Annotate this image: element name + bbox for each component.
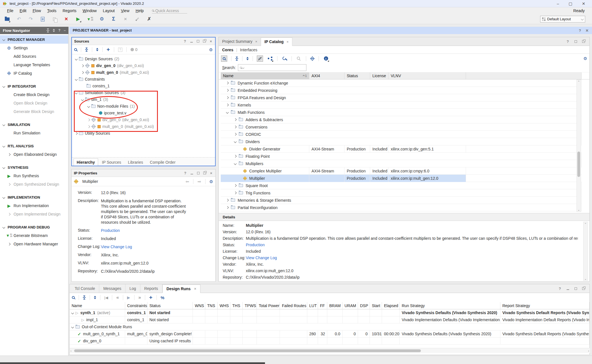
tree-row[interactable]: Non-module Files(1) <box>72 103 215 110</box>
menu-view[interactable]: View <box>118 7 132 14</box>
column-header[interactable]: THS <box>230 302 243 309</box>
menu-window[interactable]: Window <box>79 7 100 14</box>
column-header[interactable]: Start <box>370 302 382 309</box>
status-link[interactable]: Production <box>101 228 194 233</box>
tree-row[interactable]: ipcore_test.v <box>72 110 215 116</box>
info-icon[interactable]: i <box>323 56 329 62</box>
catalog-row[interactable]: Embedded Processing <box>221 87 582 94</box>
catalog-row-selected[interactable]: MultiplierProductionIncludedxilinx.com:i… <box>221 175 582 182</box>
scroll-down-icon[interactable]: ⌄ <box>584 277 587 281</box>
sidebar-item-open-block-design[interactable]: Open Block Design <box>0 99 68 107</box>
sidebar-item-run-synthesis[interactable]: ▶Run Synthesis <box>0 172 68 180</box>
column-header-name[interactable]: Name1 <box>221 72 309 79</box>
close-tab-icon[interactable]: × <box>286 40 289 44</box>
sidebar-item-generate-bitstream[interactable]: ▼0110Generate Bitstream <box>0 231 68 240</box>
highlight-button[interactable]: × <box>122 16 129 22</box>
sidebar-section-project-manager[interactable]: PROJECT MANAGER <box>0 35 68 44</box>
column-header[interactable]: BRAM <box>327 302 343 309</box>
tree-row[interactable]: div_gen_0(div_gen_0.xci) <box>72 116 215 123</box>
search-text-field[interactable] <box>245 65 304 70</box>
maximize-panel-icon[interactable] <box>574 39 578 43</box>
catalog-row[interactable]: Floating Point <box>221 153 582 160</box>
layout-selector[interactable]: Default Layout <box>540 16 585 23</box>
close-tab-icon[interactable]: × <box>194 287 196 291</box>
collapse-all-icon[interactable] <box>47 28 49 32</box>
undo-button[interactable]: ↶ <box>16 16 22 22</box>
catalog-row[interactable]: Multipliers <box>221 160 582 167</box>
change-log-link[interactable]: View Change Log <box>246 256 578 260</box>
group-by-icon[interactable] <box>267 56 273 62</box>
add-repository-icon[interactable] <box>310 56 315 61</box>
tab-messages[interactable]: Messages <box>99 284 125 293</box>
maximize-panel-icon[interactable] <box>196 171 200 175</box>
catalog-row[interactable]: CORDIC <box>221 131 582 138</box>
expand-all-icon[interactable] <box>53 29 55 32</box>
catalog-row[interactable]: FPGA Features and Design <box>221 94 582 101</box>
collapse-all-icon[interactable] <box>83 296 86 299</box>
minimize-window-icon[interactable]: – <box>557 1 559 6</box>
help-box-icon[interactable]: ? <box>118 48 122 52</box>
column-header-license[interactable]: License <box>370 72 388 79</box>
menu-flow[interactable]: Flow <box>30 7 44 14</box>
column-header[interactable]: Elapsed <box>382 302 400 309</box>
tab-ip-catalog[interactable]: IP Catalog× <box>261 37 292 46</box>
catalog-row[interactable]: Adders & Subtracters <box>221 116 582 123</box>
run-button[interactable]: ▶ <box>75 16 81 22</box>
catalog-row[interactable]: Conversions <box>221 123 582 131</box>
maximize-panel-icon[interactable] <box>196 39 200 43</box>
tab-log[interactable]: Log <box>125 284 140 293</box>
collapse-all-icon[interactable] <box>235 57 238 61</box>
tab-hierarchy[interactable]: Hierarchy <box>74 158 98 166</box>
sidebar-section-rtl-analysis[interactable]: RTL ANALYSIS <box>0 142 68 150</box>
column-header-status[interactable]: Status <box>344 72 370 79</box>
quick-access-search[interactable]: Quick Access <box>152 8 187 14</box>
run-row[interactable]: ✓div_gen_0 Using cached IP results <box>70 338 589 345</box>
catalog-row[interactable]: Dynamic Function eXchange <box>221 79 582 87</box>
minimize-panel-icon[interactable] <box>566 287 570 290</box>
forward-arrow-icon[interactable]: ➡ <box>197 179 201 184</box>
messages-badge[interactable]: 0 <box>131 47 138 52</box>
catalog-row[interactable]: Divider GeneratorAXI4-StreamProductionIn… <box>221 145 582 153</box>
help-icon[interactable]: ? <box>183 171 187 175</box>
run-row[interactable]: ✓mult_gen_0_synth_1 mult_gen_0 synth_des… <box>70 330 589 338</box>
details-scrollbar[interactable]: ⌃ ⌄ <box>583 222 588 281</box>
sidebar-item-settings[interactable]: ⚙Settings <box>0 44 68 52</box>
sidebar-section-ip-integrator[interactable]: IP INTEGRATOR <box>0 82 68 90</box>
license-key-icon[interactable] <box>296 56 302 62</box>
search-icon[interactable] <box>72 296 75 299</box>
scroll-down-icon[interactable]: ⌄ <box>578 208 580 212</box>
percent-icon[interactable]: % <box>161 295 164 300</box>
sidebar-section-simulation[interactable]: SIMULATION <box>0 120 68 129</box>
open-project-button[interactable] <box>4 16 10 22</box>
sidebar-item-create-block-design[interactable]: Create Block Design <box>0 90 68 99</box>
tab-libraries[interactable]: Libraries <box>125 159 146 166</box>
tree-row[interactable]: Utility Sources <box>72 130 215 137</box>
catalog-row[interactable]: Kernels <box>221 101 582 109</box>
column-header[interactable]: Constraints <box>125 302 147 309</box>
horizontal-scrollbar[interactable]: ‹ › <box>70 348 590 353</box>
status-link[interactable]: Production <box>246 243 578 247</box>
step-forward-icon[interactable]: » <box>138 295 141 300</box>
catalog-row[interactable]: Partial Reconfiguration <box>221 204 582 211</box>
column-header[interactable]: Total Power <box>257 302 280 309</box>
column-header[interactable]: Status <box>147 302 193 309</box>
scrollbar-thumb[interactable] <box>74 349 421 352</box>
tree-row[interactable]: constrs_1 <box>72 83 215 89</box>
gear-icon[interactable]: ⚙ <box>584 56 587 61</box>
close-icon[interactable]: ✕ <box>586 28 589 33</box>
catalog-row[interactable]: Math Functions <box>221 109 582 116</box>
scroll-left-icon[interactable]: ‹ <box>70 349 72 352</box>
sidebar-item-run-simulation[interactable]: Run Simulation <box>0 129 68 137</box>
run-row[interactable]: ▷impl_1 constrs_1 Not started Vivado Imp… <box>70 316 589 323</box>
tree-row[interactable]: mult_gen_0(mult_gen_0.xci) <box>72 123 215 130</box>
catalog-row[interactable]: Complex MultiplierAXI4-StreamProductionI… <box>221 167 582 175</box>
tab-compile-order[interactable]: Compile Order <box>147 159 178 166</box>
column-header[interactable]: Run Strategy <box>400 302 500 309</box>
column-header[interactable]: WNS <box>193 302 205 309</box>
step-back-icon[interactable]: « <box>116 295 119 300</box>
menu-tools[interactable]: Tools <box>44 7 59 14</box>
column-header[interactable]: LUT <box>307 302 318 309</box>
sources-panel-header[interactable]: Sources ? × <box>72 37 215 45</box>
float-panel-icon[interactable] <box>203 171 207 175</box>
minimize-panel-icon[interactable]: – <box>64 28 66 32</box>
